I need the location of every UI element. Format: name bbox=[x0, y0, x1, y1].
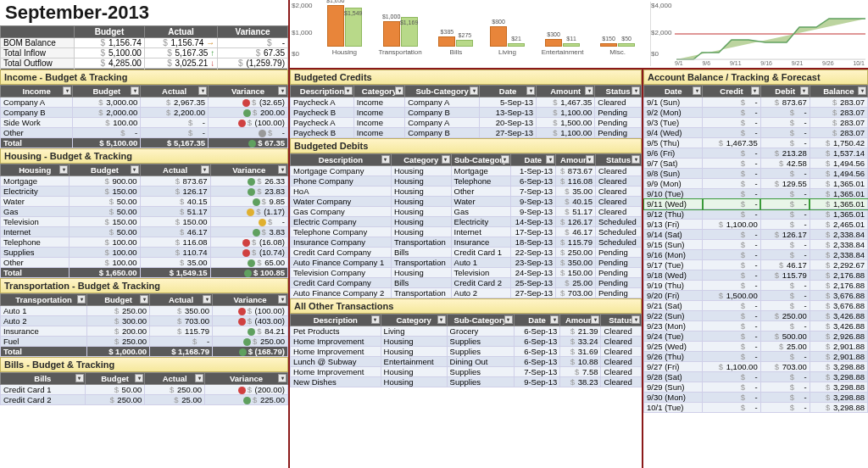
column-header[interactable]: Category▾ bbox=[391, 154, 451, 166]
filter-dropdown-icon[interactable]: ▾ bbox=[591, 315, 599, 324]
filter-dropdown-icon[interactable]: ▾ bbox=[75, 374, 84, 382]
table-row[interactable]: Fuel$ 250.00$ -$ 250.00 bbox=[1, 337, 288, 347]
filter-dropdown-icon[interactable]: ▾ bbox=[59, 165, 68, 174]
table-row[interactable]: Mortgage$ 900.00$ 873.67$ 26.33 bbox=[1, 176, 288, 187]
table-row[interactable]: 9/18 (Wed)$ -$ 115.79$ 2,176.88 bbox=[644, 270, 868, 281]
column-header[interactable]: Budget▾ bbox=[85, 373, 145, 385]
column-header[interactable]: Budget▾ bbox=[70, 164, 140, 176]
filter-dropdown-icon[interactable]: ▾ bbox=[437, 315, 446, 324]
table-row[interactable]: Pet ProductsLivingGrocery6-Sep-13$ 21.39… bbox=[291, 326, 642, 337]
table-row[interactable]: 9/4 (Wed)$ -$ -$ 283.07 bbox=[644, 128, 868, 138]
column-header[interactable]: Variance▾ bbox=[209, 86, 288, 98]
column-header[interactable]: Sub-Category▾ bbox=[451, 154, 510, 166]
column-header[interactable]: Amount▾ bbox=[556, 154, 596, 166]
table-row[interactable]: 9/26 (Thu)$ -$ -$ 2,901.88 bbox=[644, 352, 868, 362]
filter-dropdown-icon[interactable]: ▾ bbox=[395, 86, 403, 95]
table-row[interactable]: Insurance CompanyTransportationInsurance… bbox=[291, 237, 642, 248]
table-row[interactable]: Paycheck BIncomeCompany B27-Sep-13$ 1,10… bbox=[291, 128, 642, 138]
column-header[interactable]: Income▾ bbox=[1, 86, 73, 98]
column-header[interactable]: Amount▾ bbox=[560, 315, 601, 326]
table-row[interactable]: Insurance$ 200.00$ 115.79$ 84.21 bbox=[1, 326, 288, 337]
table-row[interactable]: Internet$ 50.00$ 46.17$ 3.83 bbox=[1, 227, 288, 237]
column-header[interactable]: Status▾ bbox=[601, 315, 642, 326]
table-row[interactable]: Gas CompanyHousingGas9-Sep-13$ 51.17Clea… bbox=[291, 207, 642, 217]
table-row[interactable]: Home ImprovementHousingSupplies7-Sep-13$… bbox=[291, 367, 642, 377]
table-row[interactable]: Water$ 50.00$ 40.15$ 9.85 bbox=[1, 197, 288, 207]
table-row[interactable]: Company B$ 2,000.00$ 2,200.00$ 200.00 bbox=[1, 108, 288, 118]
table-row[interactable]: 9/27 (Fri)$ 1,100.00$ 703.00$ 3,298.88 bbox=[644, 362, 868, 372]
table-row[interactable]: 9/11 (Wed)$ -$ -$ 1,365.01 bbox=[644, 199, 868, 209]
table-row[interactable]: Water CompanyHousingWater9-Sep-13$ 40.15… bbox=[291, 197, 642, 207]
filter-dropdown-icon[interactable]: ▾ bbox=[693, 86, 701, 95]
table-row[interactable]: Television$ 150.00$ 150.00$ - bbox=[1, 217, 288, 227]
table-row[interactable]: 9/20 (Fri)$ 1,500.00$ -$ 3,676.88 bbox=[644, 291, 868, 301]
table-row[interactable]: Electric CompanyHousingElectricity14-Sep… bbox=[291, 217, 642, 227]
table-row[interactable]: 9/1 (Sun)$ -$ 873.67$ 283.07 bbox=[644, 98, 868, 108]
column-header[interactable]: Actual▾ bbox=[150, 294, 213, 306]
filter-dropdown-icon[interactable]: ▾ bbox=[550, 315, 559, 324]
table-row[interactable]: 9/10 (Tue)$ -$ -$ 1,365.01 bbox=[644, 189, 868, 199]
column-header[interactable]: Debit▾ bbox=[760, 86, 810, 98]
filter-dropdown-icon[interactable]: ▾ bbox=[278, 295, 287, 304]
column-header[interactable]: Description▾ bbox=[291, 315, 381, 326]
column-header[interactable]: Actual▾ bbox=[145, 373, 205, 385]
filter-dropdown-icon[interactable]: ▾ bbox=[371, 315, 380, 324]
table-row[interactable]: 9/30 (Mon)$ -$ -$ 3,298.88 bbox=[644, 393, 868, 403]
table-row[interactable]: HoAHousingOther7-Sep-13$ 35.00Cleared bbox=[291, 187, 642, 197]
table-row[interactable]: Telephone$ 100.00$ 116.08$ (16.08) bbox=[1, 237, 288, 248]
column-header[interactable]: Date▾ bbox=[644, 86, 703, 98]
filter-dropdown-icon[interactable]: ▾ bbox=[501, 155, 509, 164]
table-row[interactable]: Credit Card CompanyBillsCredit Card 225-… bbox=[291, 278, 642, 288]
table-row[interactable]: Home ImprovementHousingSupplies6-Sep-13$… bbox=[291, 337, 642, 347]
column-header[interactable]: Status▾ bbox=[595, 154, 641, 166]
filter-dropdown-icon[interactable]: ▾ bbox=[131, 86, 139, 95]
column-header[interactable]: Sub-Category▾ bbox=[405, 86, 480, 98]
table-row[interactable]: Other$ 100.00$ 35.00$ 65.00 bbox=[1, 258, 288, 268]
filter-dropdown-icon[interactable]: ▾ bbox=[198, 86, 207, 95]
table-row[interactable]: 9/15 (Sun)$ -$ -$ 2,338.84 bbox=[644, 240, 868, 250]
column-header[interactable]: Actual▾ bbox=[140, 164, 210, 176]
filter-dropdown-icon[interactable]: ▾ bbox=[278, 374, 287, 382]
table-row[interactable]: Credit Card 1$ 50.00$ 250.00$ (200.00) bbox=[1, 385, 288, 395]
table-row[interactable]: Gas$ 50.00$ 51.17$ (1.17) bbox=[1, 207, 288, 217]
column-header[interactable]: Actual▾ bbox=[141, 86, 209, 98]
filter-dropdown-icon[interactable]: ▾ bbox=[195, 374, 203, 382]
table-row[interactable]: Mortgage CompanyHousingMortgage1-Sep-13$… bbox=[291, 166, 642, 176]
filter-dropdown-icon[interactable]: ▾ bbox=[800, 86, 809, 95]
column-header[interactable]: Balance▾ bbox=[810, 86, 867, 98]
filter-dropdown-icon[interactable]: ▾ bbox=[858, 86, 866, 95]
table-row[interactable]: Television CompanyHousingTelevision24-Se… bbox=[291, 268, 642, 278]
column-header[interactable]: Category▾ bbox=[381, 315, 447, 326]
filter-dropdown-icon[interactable]: ▾ bbox=[546, 155, 554, 164]
filter-dropdown-icon[interactable]: ▾ bbox=[585, 86, 593, 95]
table-row[interactable]: Auto Finance Company 1TransportationAuto… bbox=[291, 258, 642, 268]
table-row[interactable]: 9/7 (Sat)$ -$ 42.58$ 1,494.56 bbox=[644, 159, 868, 169]
table-row[interactable]: 10/1 (Tue)$ -$ -$ 3,298.88 bbox=[644, 403, 868, 413]
column-header[interactable]: Sub-Category▾ bbox=[447, 315, 514, 326]
filter-dropdown-icon[interactable]: ▾ bbox=[504, 315, 513, 324]
table-row[interactable]: 9/16 (Mon)$ -$ -$ 2,338.84 bbox=[644, 250, 868, 260]
table-row[interactable]: New DishesHousingSupplies9-Sep-13$ 38.23… bbox=[291, 377, 642, 387]
table-row[interactable]: 9/9 (Mon)$ -$ 129.55$ 1,365.01 bbox=[644, 179, 868, 189]
filter-dropdown-icon[interactable]: ▾ bbox=[344, 86, 353, 95]
table-row[interactable]: 9/8 (Sun)$ -$ -$ 1,494.56 bbox=[644, 169, 868, 179]
table-row[interactable]: 9/17 (Tue)$ -$ 46.17$ 2,292.67 bbox=[644, 260, 868, 270]
filter-dropdown-icon[interactable]: ▾ bbox=[131, 165, 139, 174]
filter-dropdown-icon[interactable]: ▾ bbox=[632, 155, 640, 164]
table-row[interactable]: Company A$ 3,000.00$ 2,967.35$ (32.65) bbox=[1, 98, 288, 108]
column-header[interactable]: Credit▾ bbox=[703, 86, 760, 98]
column-header[interactable]: Category▾ bbox=[353, 86, 404, 98]
table-row[interactable]: Side Work$ 100.00$ -$ (100.00) bbox=[1, 118, 288, 128]
column-header[interactable]: Date▾ bbox=[480, 86, 537, 98]
filter-dropdown-icon[interactable]: ▾ bbox=[77, 295, 86, 304]
table-row[interactable]: Paycheck AIncomeCompany A20-Sep-13$ 1,50… bbox=[291, 118, 642, 128]
table-row[interactable]: 9/24 (Tue)$ -$ 500.00$ 2,926.88 bbox=[644, 332, 868, 342]
filter-dropdown-icon[interactable]: ▾ bbox=[632, 315, 640, 324]
table-row[interactable]: Supplies$ 100.00$ 110.74$ (10.74) bbox=[1, 248, 288, 258]
table-row[interactable]: Telephone CompanyHousingInternet17-Sep-1… bbox=[291, 227, 642, 237]
filter-dropdown-icon[interactable]: ▾ bbox=[381, 155, 390, 164]
filter-dropdown-icon[interactable]: ▾ bbox=[140, 295, 148, 304]
filter-dropdown-icon[interactable]: ▾ bbox=[203, 295, 211, 304]
table-row[interactable]: 9/6 (Fri)$ -$ 213.28$ 1,537.14 bbox=[644, 148, 868, 159]
column-header[interactable]: Budget▾ bbox=[73, 86, 141, 98]
